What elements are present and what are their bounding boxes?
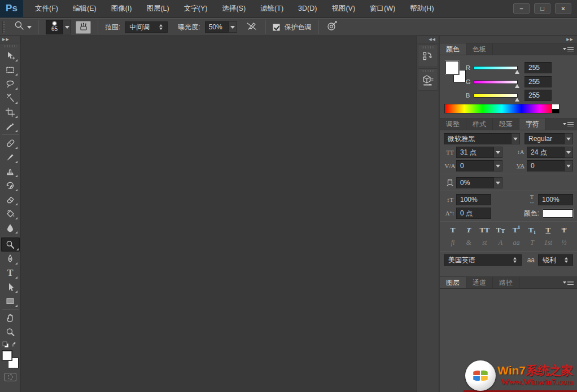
rectangle-tool[interactable] xyxy=(2,294,19,308)
pen-tool[interactable] xyxy=(2,252,19,266)
vertical-scale-input[interactable]: 100% xyxy=(456,194,491,205)
ordinals-button[interactable]: 1st xyxy=(541,239,555,248)
font-family-select[interactable]: 微软雅黑 xyxy=(444,133,520,144)
tab-layers[interactable]: 图层 xyxy=(440,277,466,288)
close-button[interactable]: × xyxy=(555,3,571,14)
tab-swatches[interactable]: 色板 xyxy=(466,43,493,55)
menu-image[interactable]: 图像(I) xyxy=(104,0,139,17)
tab-channels[interactable]: 通道 xyxy=(466,277,493,288)
menu-layer[interactable]: 图层(L) xyxy=(139,0,176,17)
menu-file[interactable]: 文件(F) xyxy=(28,0,65,17)
anti-alias-select[interactable]: 锐利 xyxy=(538,254,573,266)
color-spectrum-ramp[interactable] xyxy=(444,104,559,113)
stylistic-alternates-button[interactable]: aa xyxy=(510,239,523,248)
panel-menu-icon[interactable] xyxy=(563,118,577,130)
tablet-pressure-icon[interactable] xyxy=(326,20,339,34)
faux-bold-button[interactable]: T xyxy=(446,226,460,236)
eraser-tool[interactable] xyxy=(2,192,19,206)
underline-button[interactable]: T xyxy=(541,226,555,236)
tab-adjustments[interactable]: 调整 xyxy=(440,118,466,130)
dock-expand-button[interactable]: ◀◀ xyxy=(417,36,439,43)
language-select[interactable]: 美国英语 xyxy=(444,254,522,266)
hand-tool[interactable] xyxy=(2,311,19,325)
ligatures-button[interactable]: fi xyxy=(446,239,460,248)
font-size-select[interactable]: 31 点 xyxy=(456,147,502,158)
superscript-button[interactable]: T1 xyxy=(510,226,523,236)
green-slider-thumb[interactable] xyxy=(515,84,519,88)
menu-help[interactable]: 帮助(H) xyxy=(403,0,441,17)
proportional-spacing-select[interactable]: 0% xyxy=(456,177,502,188)
menu-filter[interactable]: 滤镜(T) xyxy=(253,0,291,17)
menu-edit[interactable]: 编辑(E) xyxy=(65,0,104,17)
maximize-button[interactable]: □ xyxy=(534,3,550,14)
clone-stamp-tool[interactable] xyxy=(2,164,19,178)
blur-tool[interactable] xyxy=(2,221,19,235)
baseline-shift-input[interactable]: 0 点 xyxy=(456,208,491,219)
menu-select[interactable]: 选择(S) xyxy=(215,0,253,17)
crop-tool[interactable] xyxy=(2,105,19,119)
menu-type[interactable]: 文字(Y) xyxy=(177,0,215,17)
toolbar-grip[interactable] xyxy=(4,45,16,47)
minimize-button[interactable]: – xyxy=(513,3,530,14)
panel-foreground-swatch[interactable] xyxy=(445,61,459,74)
document-canvas-area[interactable] xyxy=(21,36,417,392)
spot-healing-brush-tool[interactable] xyxy=(2,136,19,150)
font-style-select[interactable]: Regular xyxy=(524,133,573,144)
contextual-alternates-button[interactable]: & xyxy=(462,239,475,248)
lasso-tool[interactable] xyxy=(2,77,19,91)
type-tool[interactable]: T xyxy=(2,266,19,280)
brush-preset-picker[interactable]: 65 xyxy=(46,20,71,34)
protect-tones-checkbox[interactable] xyxy=(273,24,280,31)
menu-window[interactable]: 窗口(W) xyxy=(362,0,403,17)
toolbar-collapse-button[interactable]: ▶▶ xyxy=(0,36,20,43)
panel-menu-icon[interactable] xyxy=(563,43,577,55)
exposure-input[interactable]: 50% xyxy=(205,21,229,33)
green-value-input[interactable]: 255 xyxy=(524,76,552,87)
kerning-select[interactable]: 0 xyxy=(456,160,502,171)
blue-slider-thumb[interactable] xyxy=(515,98,519,102)
menu-3d[interactable]: 3D(D) xyxy=(291,0,324,17)
tab-paths[interactable]: 路径 xyxy=(493,277,519,288)
red-slider[interactable] xyxy=(474,66,518,70)
red-slider-thumb[interactable] xyxy=(515,70,519,74)
blue-slider[interactable] xyxy=(474,94,518,98)
strikethrough-button[interactable]: T xyxy=(557,226,571,236)
toggle-brush-panel-button[interactable] xyxy=(76,21,91,34)
history-brush-tool[interactable] xyxy=(2,178,19,192)
panels-collapse-button[interactable]: ▶▶ xyxy=(440,36,577,43)
blue-value-input[interactable]: 255 xyxy=(524,90,552,101)
spectrum-black-swatch[interactable] xyxy=(552,109,559,113)
airbrush-toggle-icon[interactable] xyxy=(245,20,259,34)
tab-styles[interactable]: 样式 xyxy=(466,118,493,130)
path-selection-tool[interactable] xyxy=(2,280,19,294)
3d-panel-button[interactable] xyxy=(418,68,438,91)
stepper-icon[interactable] xyxy=(156,22,165,32)
move-tool[interactable] xyxy=(2,49,19,63)
swash-button[interactable]: A xyxy=(493,239,507,248)
dodge-tool[interactable] xyxy=(1,237,20,252)
eyedropper-tool[interactable] xyxy=(2,119,19,133)
tab-character[interactable]: 字符 xyxy=(519,118,546,130)
tracking-select[interactable]: 0 xyxy=(527,160,573,171)
brush-preview[interactable]: 65 xyxy=(46,20,63,34)
horizontal-scale-input[interactable]: 100% xyxy=(538,194,573,205)
magic-wand-tool[interactable] xyxy=(2,91,19,105)
quick-mask-button[interactable] xyxy=(5,373,16,381)
menu-view[interactable]: 视图(V) xyxy=(324,0,362,17)
history-panel-button[interactable] xyxy=(418,45,438,67)
all-caps-button[interactable]: TT xyxy=(478,226,491,236)
tool-preset-picker[interactable] xyxy=(13,20,32,34)
subscript-button[interactable]: T1 xyxy=(526,226,539,236)
tab-paragraph[interactable]: 段落 xyxy=(493,118,519,130)
spectrum-white-swatch[interactable] xyxy=(552,104,559,109)
red-value-input[interactable]: 255 xyxy=(524,62,552,73)
faux-italic-button[interactable]: T xyxy=(462,226,475,236)
exposure-dropdown[interactable] xyxy=(229,21,237,33)
green-slider[interactable] xyxy=(474,80,518,84)
brush-picker-dropdown[interactable] xyxy=(63,20,71,34)
text-color-swatch[interactable] xyxy=(543,209,573,218)
zoom-tool[interactable] xyxy=(2,325,19,339)
titling-alternates-button[interactable]: T xyxy=(526,239,539,248)
leading-select[interactable]: 24 点 xyxy=(527,147,573,158)
brush-tool[interactable] xyxy=(2,150,19,164)
